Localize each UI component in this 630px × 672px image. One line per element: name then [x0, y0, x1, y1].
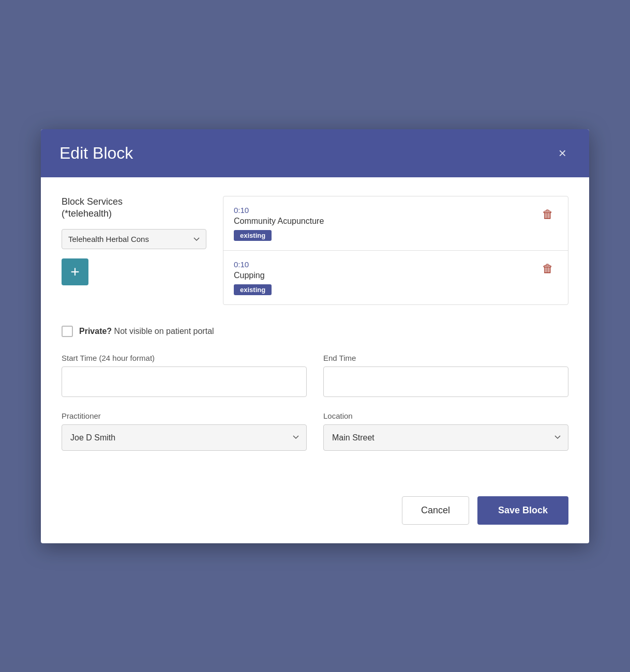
- private-checkbox[interactable]: [62, 326, 73, 337]
- start-time-label: Start Time (24 hour format): [62, 354, 307, 362]
- edit-block-modal: Edit Block × Block Services(*telehealth)…: [41, 129, 589, 543]
- save-block-button[interactable]: Save Block: [477, 496, 568, 525]
- top-section: Block Services(*telehealth) Telehealth H…: [62, 196, 568, 305]
- service-time-1: 0:10: [234, 206, 532, 215]
- existing-badge-1: existing: [234, 230, 272, 241]
- services-list: 0:10 Community Acupuncture existing 🗑 0:…: [223, 196, 568, 305]
- delete-service-1-button[interactable]: 🗑: [538, 206, 558, 223]
- private-bold-label: Private?: [79, 327, 112, 335]
- service-info-1: 0:10 Community Acupuncture existing: [234, 206, 532, 241]
- end-time-label: End Time: [323, 354, 568, 362]
- delete-service-2-button[interactable]: 🗑: [538, 260, 558, 278]
- private-section: Private? Not visible on patient portal: [62, 326, 568, 337]
- service-item-1: 0:10 Community Acupuncture existing 🗑: [223, 196, 568, 251]
- end-time-input[interactable]: 04:00 PM: [323, 366, 568, 397]
- service-name-1: Community Acupuncture: [234, 217, 532, 226]
- modal-header: Edit Block ×: [41, 129, 589, 177]
- service-info-2: 0:10 Cupping existing: [234, 260, 532, 295]
- cancel-button[interactable]: Cancel: [402, 496, 469, 525]
- plus-icon: +: [70, 264, 80, 280]
- location-select[interactable]: Main Street: [323, 424, 568, 451]
- end-time-group: End Time 04:00 PM: [323, 354, 568, 397]
- service-time-2: 0:10: [234, 260, 532, 269]
- service-select[interactable]: Telehealth Herbal Cons: [62, 229, 206, 249]
- location-label: Location: [323, 411, 568, 420]
- practitioner-location-row: Practitioner Joe D Smith Location Main S…: [62, 411, 568, 451]
- practitioner-group: Practitioner Joe D Smith: [62, 411, 307, 451]
- private-label: Private? Not visible on patient portal: [79, 327, 214, 336]
- modal-backdrop: Edit Block × Block Services(*telehealth)…: [0, 0, 630, 672]
- modal-body: Block Services(*telehealth) Telehealth H…: [41, 177, 589, 486]
- existing-badge-2: existing: [234, 284, 272, 295]
- private-description: Not visible on patient portal: [112, 327, 214, 335]
- start-time-input[interactable]: 10:00 AM: [62, 366, 307, 397]
- add-service-button[interactable]: +: [62, 258, 88, 285]
- trash-icon-1: 🗑: [542, 208, 553, 221]
- practitioner-select[interactable]: Joe D Smith: [62, 424, 307, 451]
- location-group: Location Main Street: [323, 411, 568, 451]
- practitioner-label: Practitioner: [62, 411, 307, 420]
- modal-footer: Cancel Save Block: [41, 486, 589, 543]
- start-time-group: Start Time (24 hour format) 10:00 AM: [62, 354, 307, 397]
- block-services-label: Block Services(*telehealth): [62, 196, 206, 220]
- time-row: Start Time (24 hour format) 10:00 AM End…: [62, 354, 568, 397]
- left-panel: Block Services(*telehealth) Telehealth H…: [62, 196, 206, 305]
- service-item-2: 0:10 Cupping existing 🗑: [223, 251, 568, 304]
- modal-title: Edit Block: [59, 144, 133, 163]
- trash-icon-2: 🗑: [542, 262, 553, 275]
- service-name-2: Cupping: [234, 271, 532, 280]
- close-button[interactable]: ×: [554, 144, 571, 162]
